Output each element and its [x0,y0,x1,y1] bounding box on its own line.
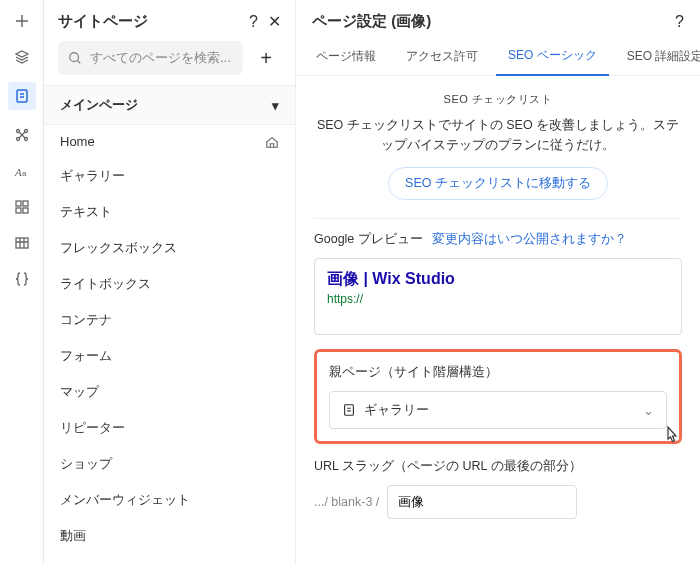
page-item-home[interactable]: Home [44,125,295,158]
parent-page-label: 親ページ（サイト階層構造） [329,364,667,381]
parent-page-field: 親ページ（サイト階層構造） ギャラリー ⌄ [314,349,682,444]
google-preview-box[interactable]: 画像 | Wix Studio https:// [314,258,682,335]
preview-url: https:// [327,292,669,306]
preview-title: 画像 | Wix Studio [327,269,669,290]
page-item[interactable]: 動物 [44,554,295,564]
svg-rect-10 [23,208,28,213]
google-preview-label: Google プレビュー [314,232,423,246]
tab-seo-advanced[interactable]: SEO 詳細設定 [615,38,700,75]
url-slug-input[interactable] [387,485,577,519]
settings-tabs: ページ情報 アクセス許可 SEO ベーシック SEO 詳細設定 › [296,37,700,76]
svg-rect-9 [16,208,21,213]
tab-seo-basic[interactable]: SEO ベーシック [496,37,609,76]
apps-icon[interactable] [11,124,33,146]
chevron-down-icon: ⌄ [643,403,654,418]
svg-rect-8 [23,201,28,206]
close-icon[interactable]: ✕ [268,12,281,31]
divider [314,218,682,219]
svg-rect-11 [16,238,28,248]
add-page-button[interactable]: + [251,43,281,73]
svg-rect-15 [345,405,354,416]
svg-rect-0 [17,90,27,102]
grid-icon[interactable] [11,196,33,218]
pages-panel: サイトページ ? ✕ すべてのページを検索... + メインページ ▾ Home… [44,0,296,564]
seo-checklist-desc: SEO チェックリストでサイトの SEO を改善しましょう。ステップバイステップ… [314,115,682,155]
page-item[interactable]: フレックスボックス [44,230,295,266]
layers-icon[interactable] [11,46,33,68]
table-icon[interactable] [11,232,33,254]
plus-icon[interactable] [11,10,33,32]
page-small-icon [342,403,356,417]
svg-text:a: a [22,169,27,178]
url-slug-prefix: .../ blank-3 / [314,495,379,509]
parent-page-value: ギャラリー [364,401,429,419]
svg-rect-7 [16,201,21,206]
tab-permissions[interactable]: アクセス許可 [394,38,490,75]
parent-page-dropdown[interactable]: ギャラリー ⌄ [329,391,667,429]
page-item[interactable]: ライトボックス [44,266,295,302]
page-list: Home ギャラリー テキスト フレックスボックス ライトボックス コンテナ フ… [44,125,295,564]
page-item[interactable]: テキスト [44,194,295,230]
page-item[interactable]: 動画 [44,518,295,554]
page-item[interactable]: フォーム [44,338,295,374]
page-item[interactable]: マップ [44,374,295,410]
font-icon[interactable]: Aa [11,160,33,182]
cursor-pointer-icon [661,424,683,453]
chevron-down-icon: ▾ [272,98,279,113]
page-item[interactable]: ショップ [44,446,295,482]
search-placeholder: すべてのページを検索... [90,49,231,67]
settings-body: SEO チェックリスト SEO チェックリストでサイトの SEO を改善しましょ… [296,76,700,564]
seo-checklist-button[interactable]: SEO チェックリストに移動する [388,167,608,200]
svg-text:A: A [14,166,22,178]
section-header[interactable]: メインページ ▾ [44,85,295,125]
pages-panel-header: サイトページ ? ✕ [44,0,295,41]
help-icon[interactable]: ? [675,13,684,31]
settings-panel: ページ設定 (画像) ? ✕ ページ情報 アクセス許可 SEO ベーシック SE… [296,0,700,564]
section-title: メインページ [60,96,138,114]
pages-panel-title: サイトページ [58,12,148,31]
search-input[interactable]: すべてのページを検索... [58,41,243,75]
google-preview-help-link[interactable]: 変更内容はいつ公開されますか？ [432,232,627,246]
svg-point-12 [70,53,79,62]
braces-icon[interactable] [11,268,33,290]
page-item[interactable]: コンテナ [44,302,295,338]
settings-title: ページ設定 (画像) [312,12,431,31]
settings-header: ページ設定 (画像) ? ✕ [296,0,700,37]
url-slug-label: URL スラッグ（ページの URL の最後の部分） [314,458,682,475]
page-item[interactable]: メンバーウィジェット [44,482,295,518]
left-rail: Aa [0,0,44,564]
home-icon [265,135,279,149]
page-item[interactable]: ギャラリー [44,158,295,194]
seo-checklist-heading: SEO チェックリスト [314,92,682,107]
page-item[interactable]: リピーター [44,410,295,446]
help-icon[interactable]: ? [249,13,258,31]
tab-page-info[interactable]: ページ情報 [304,38,388,75]
page-icon[interactable] [8,82,36,110]
